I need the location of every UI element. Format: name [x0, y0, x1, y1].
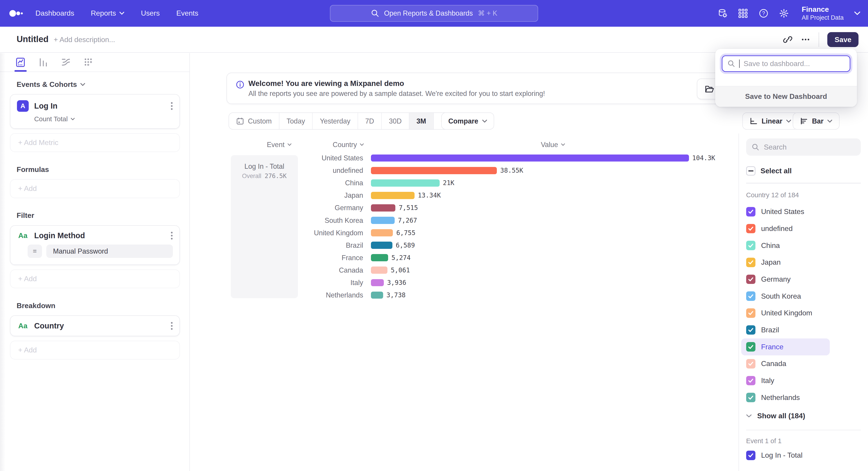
country-checkbox[interactable]: [746, 291, 756, 301]
report-title[interactable]: Untitled: [17, 34, 49, 44]
nav-item[interactable]: Dashboards: [35, 9, 74, 18]
date-range-option[interactable]: Yesterday: [313, 113, 358, 129]
country-filter-item[interactable]: Brazil: [741, 321, 830, 338]
scale-selector-button[interactable]: Linear: [742, 112, 798, 129]
country-filter-item[interactable]: United States: [741, 203, 830, 220]
country-checkbox[interactable]: [746, 241, 756, 250]
kebab-menu-icon[interactable]: [170, 231, 173, 240]
breakdown-property-name[interactable]: Country: [34, 321, 170, 330]
bar[interactable]: [371, 217, 395, 224]
date-range-option[interactable]: 3M: [409, 113, 434, 129]
select-all-row[interactable]: Select all: [746, 166, 861, 176]
tab-insights[interactable]: [15, 57, 26, 68]
add-metric-button[interactable]: + Add Metric: [10, 133, 180, 152]
more-options-icon[interactable]: [801, 35, 810, 45]
country-checkbox[interactable]: [746, 258, 756, 267]
help-icon[interactable]: ?: [758, 8, 769, 18]
nav-item[interactable]: Users: [141, 9, 160, 18]
chart-type-button[interactable]: Bar: [793, 112, 839, 129]
add-description[interactable]: + Add description...: [54, 35, 115, 44]
country-checkbox[interactable]: [746, 275, 756, 284]
mixpanel-logo-icon[interactable]: [9, 9, 23, 17]
filter-card[interactable]: Aa Login Method = Manual Password: [10, 225, 180, 265]
bar[interactable]: [371, 292, 383, 299]
bar[interactable]: [371, 204, 396, 211]
country-checkbox[interactable]: [746, 224, 756, 233]
bar[interactable]: [371, 154, 689, 162]
country-filter-item[interactable]: France: [741, 338, 830, 355]
add-formula-button[interactable]: + Add: [10, 179, 180, 198]
bar[interactable]: [371, 192, 414, 199]
country-checkbox[interactable]: [746, 342, 756, 352]
kebab-menu-icon[interactable]: [170, 101, 173, 110]
country-filter-item[interactable]: Japan: [741, 254, 830, 271]
chart-row: China 21K: [301, 177, 744, 189]
aggregation-selector[interactable]: Count Total: [34, 115, 173, 123]
save-to-new-dashboard-button[interactable]: Save to New Dashboard: [715, 86, 857, 107]
country-checkbox[interactable]: [746, 325, 756, 335]
country-checkbox[interactable]: [746, 207, 756, 216]
copy-link-icon[interactable]: [783, 35, 793, 45]
bar[interactable]: [371, 179, 440, 187]
bar[interactable]: [371, 254, 388, 261]
segment-search-input[interactable]: Search: [746, 139, 861, 156]
save-button[interactable]: Save: [827, 32, 859, 47]
project-switcher[interactable]: Finance All Project Data: [802, 5, 844, 22]
project-chevron-down-icon[interactable]: [854, 11, 860, 15]
add-filter-button[interactable]: + Add: [10, 269, 180, 288]
country-checkbox[interactable]: [746, 308, 756, 318]
country-filter-item[interactable]: South Korea: [741, 288, 830, 305]
compare-button[interactable]: Compare: [441, 112, 494, 129]
add-breakdown-button[interactable]: + Add: [10, 341, 180, 359]
country-filter-label: Canada: [761, 359, 786, 368]
select-all-checkbox[interactable]: [746, 166, 756, 176]
column-header-value[interactable]: Value: [541, 141, 565, 149]
nav-item[interactable]: Events: [176, 9, 198, 18]
country-filter-item[interactable]: United Kingdom: [741, 305, 830, 322]
country-filter-item[interactable]: Canada: [741, 355, 830, 372]
show-all-toggle[interactable]: Show all (184): [746, 409, 868, 422]
date-range-option[interactable]: Today: [279, 113, 313, 129]
country-filter-item[interactable]: undefined: [741, 220, 830, 237]
metric-event-name[interactable]: Log In: [34, 101, 170, 110]
save-dashboard-search-input[interactable]: Save to dashboard...: [722, 55, 850, 72]
nav-item[interactable]: Reports: [91, 9, 124, 18]
breakdown-card[interactable]: Aa Country: [10, 315, 180, 336]
metric-card[interactable]: A Log In Count Total: [10, 94, 180, 129]
tab-retention[interactable]: [83, 57, 94, 68]
events-cohorts-header[interactable]: Events & Cohorts: [17, 80, 189, 89]
visualization-tabs: [0, 53, 189, 72]
bar[interactable]: [371, 279, 384, 286]
filter-property-name[interactable]: Login Method: [34, 231, 170, 240]
country-filter-item[interactable]: Netherlands: [741, 389, 830, 406]
column-header-country[interactable]: Country: [333, 141, 364, 149]
bar[interactable]: [371, 167, 497, 174]
bar[interactable]: [371, 242, 393, 249]
settings-gear-icon[interactable]: [779, 8, 789, 18]
bar[interactable]: [371, 266, 388, 274]
event-summary-panel[interactable]: Log In - Total Overall 276.5K: [231, 155, 298, 298]
nav-item-label: Dashboards: [35, 9, 74, 18]
country-filter-item[interactable]: Germany: [741, 271, 830, 288]
data-management-icon[interactable]: [718, 8, 727, 18]
kebab-menu-icon[interactable]: [170, 321, 173, 330]
filter-value[interactable]: Manual Password: [46, 244, 173, 258]
top-nav: Dashboards Reports Users Events: [0, 0, 868, 27]
filter-operator[interactable]: =: [28, 244, 42, 258]
apps-grid-icon[interactable]: [738, 8, 748, 18]
column-header-event[interactable]: Event: [267, 141, 291, 149]
date-range-option[interactable]: 30D: [382, 113, 409, 129]
event-filter-item[interactable]: Log In - Total: [741, 447, 830, 464]
country-filter-item[interactable]: Italy: [741, 372, 830, 389]
global-search[interactable]: Open Reports & Dashboards ⌘ + K: [330, 5, 538, 22]
bar[interactable]: [371, 229, 393, 236]
date-range-option[interactable]: 7D: [358, 113, 382, 129]
country-checkbox[interactable]: [746, 376, 756, 385]
tab-flows[interactable]: [60, 57, 71, 68]
date-range-option[interactable]: Custom: [229, 113, 279, 129]
country-checkbox[interactable]: [746, 359, 756, 369]
country-filter-item[interactable]: China: [741, 237, 830, 254]
tab-funnels[interactable]: [38, 57, 49, 68]
event-checkbox[interactable]: [746, 451, 756, 460]
country-checkbox[interactable]: [746, 393, 756, 402]
